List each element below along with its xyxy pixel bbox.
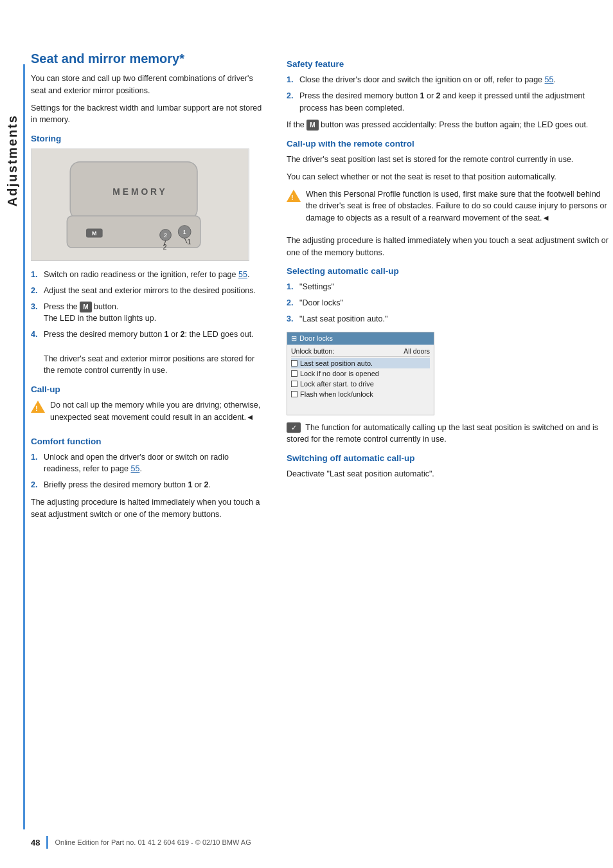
storing-step-3: 3. Press the M button.The LED in the but… (31, 301, 266, 325)
remote-text-1: The driver's seat position last set is s… (287, 154, 613, 166)
callup-heading: Call-up (31, 384, 266, 394)
door-locks-content: Unlock button: All doors Last seat posit… (287, 345, 434, 402)
page-footer: 48 Online Edition for Part no. 01 41 2 6… (31, 836, 613, 849)
step-num: 1. (31, 269, 40, 281)
door-locks-item-4: Flash when lock/unlock (300, 390, 373, 398)
storing-step-4: 4. Press the desired memory button 1 or … (31, 329, 266, 377)
m-button-safety: M (306, 120, 318, 131)
storing-step-2: 2. Adjust the seat and exterior mirrors … (31, 285, 266, 297)
selecting-step-2: 2. "Door locks" (287, 297, 613, 309)
svg-text:2: 2 (164, 231, 168, 239)
seat-illustration: MEMORY 1 2 M 2 1 (31, 149, 249, 260)
checkmark-icon: ✓ (287, 422, 301, 433)
selecting-step-1: 1. "Settings" (287, 281, 613, 293)
step-text: Press the desired memory button 1 or 2: … (44, 329, 266, 377)
step-num: 2. (287, 297, 296, 309)
door-locks-icon: ⊞ (291, 334, 297, 343)
m-button-inline: M (80, 302, 91, 312)
step-num: 3. (31, 301, 40, 325)
step-text: Briefly press the desired memory button … (44, 479, 266, 491)
door-locks-top-row: Unlock button: All doors (291, 347, 430, 357)
switching-off-heading: Switching off automatic call-up (287, 453, 613, 463)
storing-heading: Storing (31, 134, 266, 143)
sidebar-label: Adjustments (0, 90, 24, 231)
svg-text:1: 1 (182, 228, 186, 235)
step-num: 2. (31, 479, 40, 491)
footer-divider (46, 836, 48, 849)
intro-text-2: Settings for the backrest width and lumb… (31, 102, 266, 127)
switching-off-text: Deactivate "Last seat position automatic… (287, 468, 613, 480)
door-locks-item-3: Lock after start. to drive (300, 380, 374, 388)
auto-callup-note: ✓ The function for automatically calling… (287, 422, 613, 446)
left-column: Seat and mirror memory* You can store an… (31, 51, 281, 868)
warning-triangle-icon (31, 401, 45, 413)
seat-image: MEMORY 1 2 M 2 1 (31, 149, 249, 261)
svg-text:1: 1 (187, 238, 191, 246)
storing-steps: 1. Switch on radio readiness or the igni… (31, 269, 266, 377)
page-title: Seat and mirror memory* (31, 51, 266, 66)
door-locks-item-1: Last seat position auto. (300, 359, 373, 367)
step-text: Press the M button.The LED in the button… (44, 301, 266, 325)
comfort-step-2: 2. Briefly press the desired memory butt… (31, 479, 266, 491)
selecting-steps: 1. "Settings" 2. "Door locks" 3. "Last s… (287, 281, 613, 325)
right-column: Safety feature 1. Close the driver's doo… (281, 51, 613, 868)
step-text: Switch on radio readiness or the ignitio… (44, 269, 266, 281)
callup-warning-box: Do not call up the memory while you are … (31, 399, 266, 429)
safety-step-1: 1. Close the driver's door and switch th… (287, 74, 613, 86)
selecting-heading: Selecting automatic call-up (287, 266, 613, 276)
unlock-value: All doors (404, 347, 430, 355)
checkbox-3 (291, 381, 298, 387)
door-locks-row-1: Last seat position auto. (291, 358, 430, 368)
step-text: Adjust the seat and exterior mirrors to … (44, 285, 266, 297)
safety-step-2: 2. Press the desired memory button 1 or … (287, 90, 613, 114)
selecting-step-3: 3. "Last seat position auto." (287, 313, 613, 325)
door-locks-title-bar: ⊞ Door locks (287, 332, 434, 345)
step-text: Press the desired memory button 1 or 2 a… (299, 90, 613, 114)
door-locks-screenshot: ⊞ Door locks Unlock button: All doors La… (287, 332, 434, 415)
warning-triangle-icon-2 (287, 190, 301, 202)
storing-step-1: 1. Switch on radio readiness or the igni… (31, 269, 266, 281)
page-link-55b[interactable]: 55 (131, 464, 140, 473)
step-text: Close the driver's door and switch the i… (299, 74, 613, 86)
step-num: 3. (287, 313, 296, 325)
checkbox-1 (291, 360, 298, 366)
safety-heading: Safety feature (287, 59, 613, 69)
step-num: 2. (287, 90, 296, 114)
step-text: "Door locks" (299, 297, 613, 309)
unlock-label: Unlock button: (291, 347, 334, 355)
left-border-decoration (23, 64, 25, 829)
safety-note: If the M button was pressed accidentally… (287, 119, 613, 131)
callup-warning-text: Do not call up the memory while you are … (50, 399, 266, 424)
svg-text:MEMORY: MEMORY (112, 186, 167, 197)
step-text: "Last seat position auto." (299, 313, 613, 325)
checkbox-4 (291, 391, 298, 397)
page-number: 48 (31, 838, 40, 847)
comfort-steps: 1. Unlock and open the driver's door or … (31, 451, 266, 491)
door-locks-item-2: Lock if no door is opened (300, 370, 379, 377)
step-text: Unlock and open the driver's door or swi… (44, 451, 266, 476)
step-num: 2. (31, 285, 40, 297)
door-locks-row-2: Lock if no door is opened (291, 368, 430, 379)
svg-text:M: M (92, 230, 96, 237)
comfort-step-1: 1. Unlock and open the driver's door or … (31, 451, 266, 476)
step-text: "Settings" (299, 281, 613, 293)
main-content: Seat and mirror memory* You can store an… (31, 51, 613, 868)
door-locks-row-4: Flash when lock/unlock (291, 389, 430, 399)
checkbox-2 (291, 370, 298, 377)
page-link-55a[interactable]: 55 (238, 270, 247, 279)
intro-text-1: You can store and call up two different … (31, 73, 266, 97)
step-num: 1. (287, 281, 296, 293)
remote-heading: Call-up with the remote control (287, 139, 613, 149)
remote-note: The adjusting procedure is halted immedi… (287, 235, 613, 259)
step-num: 1. (287, 74, 296, 86)
safety-steps: 1. Close the driver's door and switch th… (287, 74, 613, 114)
comfort-note: The adjusting procedure is halted immedi… (31, 496, 266, 521)
door-locks-title: Door locks (299, 334, 333, 342)
remote-text-2: You can select whether or not the seat i… (287, 171, 613, 183)
step-num: 1. (31, 451, 40, 476)
footer-text: Online Edition for Part no. 01 41 2 604 … (55, 838, 251, 846)
comfort-heading: Comfort function (31, 437, 266, 446)
remote-warning-text: When this Personal Profile function is u… (306, 188, 613, 224)
page-link-55c[interactable]: 55 (545, 75, 554, 84)
step-num: 4. (31, 329, 40, 377)
